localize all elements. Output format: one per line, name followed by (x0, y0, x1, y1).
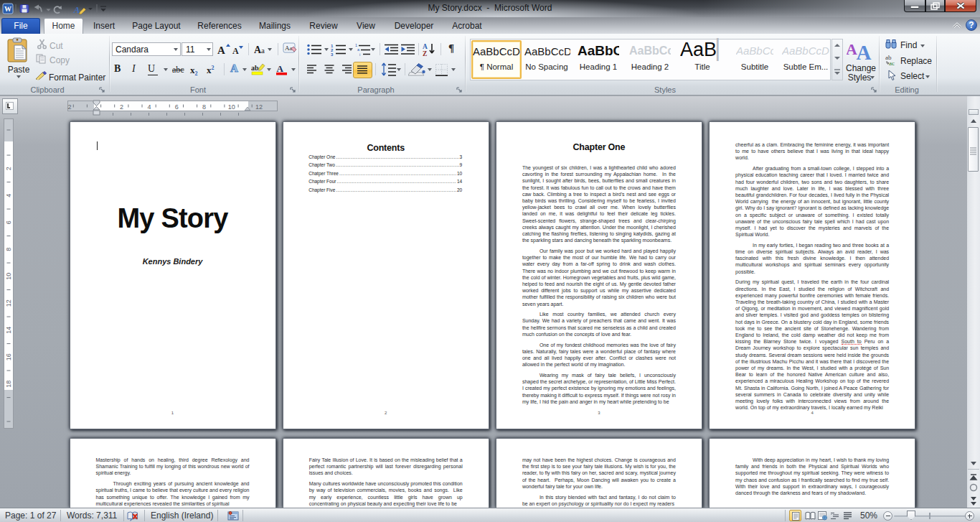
svg-text:A: A (217, 45, 225, 56)
svg-text:ac: ac (889, 60, 895, 66)
svg-text:A: A (73, 4, 80, 15)
svg-text:Aa: Aa (285, 45, 293, 52)
svg-text:4: 4 (147, 103, 151, 111)
svg-text:4: 4 (5, 194, 12, 197)
svg-text:ab: ab (251, 64, 259, 72)
svg-text:14: 14 (5, 327, 12, 334)
svg-text:12: 12 (5, 299, 12, 307)
svg-text:8: 8 (5, 248, 12, 251)
svg-text:A: A (277, 63, 284, 74)
svg-text:10: 10 (5, 273, 12, 280)
svg-text:18: 18 (5, 381, 12, 388)
svg-text:8: 8 (202, 103, 206, 111)
svg-text:2: 2 (5, 167, 12, 170)
svg-text:16: 16 (5, 353, 12, 360)
svg-text:2: 2 (120, 103, 123, 111)
svg-text:a: a (261, 46, 265, 55)
svg-text:A: A (423, 43, 428, 50)
svg-text:W: W (4, 5, 11, 13)
svg-text:A: A (857, 41, 872, 60)
svg-text:a: a (357, 47, 360, 52)
svg-text:i: i (359, 52, 360, 57)
svg-text:6: 6 (175, 103, 179, 111)
svg-text:10: 10 (228, 103, 235, 111)
svg-text:6: 6 (5, 220, 12, 224)
svg-text:Z: Z (423, 50, 427, 57)
svg-text:A: A (232, 46, 239, 56)
svg-text:3: 3 (331, 52, 334, 57)
svg-text:12: 12 (255, 103, 263, 111)
svg-text:2: 2 (67, 103, 71, 111)
